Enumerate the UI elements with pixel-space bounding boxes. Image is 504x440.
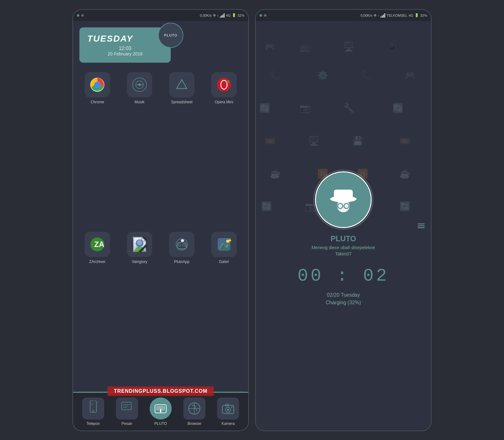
day-label: TUESDAY	[87, 34, 163, 44]
svg-point-48	[227, 409, 229, 411]
pluto-badge: PLUTO	[158, 23, 183, 48]
phone1: 0,00K/s ⊕ ↑ 4G 🔋 32% PLUTO TUESDAY	[72, 9, 249, 431]
app-label-galeri: Galeri	[219, 260, 229, 264]
app-grid: Chrome Musik	[73, 66, 248, 391]
dock-label-pesan: Pesan	[122, 421, 132, 426]
app-icon-musik	[127, 72, 152, 97]
svg-point-50	[231, 407, 232, 408]
app-label-opera: Opera Mini	[215, 100, 233, 104]
dock-label-kamera: Kamera	[221, 421, 235, 426]
status-right-1: 0,00K/s ⊕ ↑ 4G 🔋 32%	[200, 13, 244, 18]
dock-icon-browser	[183, 397, 205, 420]
svg-rect-33	[92, 403, 93, 406]
status-dot-blue	[77, 14, 79, 17]
dock: Telepon Pesan	[73, 393, 248, 431]
date-label: 20 February 2018	[87, 51, 163, 56]
network-speed-2: 0,00K/s	[360, 14, 372, 17]
battery-percent-2: 32%	[420, 14, 427, 17]
dock-icon-kamera	[217, 397, 239, 420]
network-speed-1: 0,00K/s	[200, 14, 211, 17]
app-icon-vainglory	[127, 232, 152, 257]
clock-widget: PLUTO TUESDAY 12:03 20 February 2018	[79, 27, 171, 63]
menu-line-1	[418, 224, 425, 224]
status-left-2	[260, 14, 266, 17]
dock-item-browser[interactable]: Browser	[183, 397, 205, 426]
dock-item-kamera[interactable]: Kamera	[217, 397, 239, 426]
lock-date: 02/20 Tuesday	[327, 292, 360, 298]
app-item-musik[interactable]: Musik	[120, 72, 159, 229]
status-bar-1: 0,00K/s ⊕ ↑ 4G 🔋 32%	[73, 10, 248, 21]
svg-line-45	[192, 405, 194, 406]
dock-label-telepon: Telepon	[87, 421, 100, 426]
lock-charging: Charging (32%)	[326, 300, 361, 306]
app-label-plutoapp: PlutoApp	[174, 260, 190, 264]
dock-item-pluto[interactable]: PLUTO	[150, 397, 172, 426]
app-label-zarchiver: ZArchiver	[89, 260, 105, 264]
sync-icon: ⊕	[213, 13, 216, 17]
network-type-2: 4G	[409, 14, 413, 17]
dock-icon-pluto	[150, 397, 172, 420]
dock-label-pluto: PLUTO	[154, 421, 167, 426]
dock-item-telepon[interactable]: Telepon	[82, 397, 104, 426]
arrow-icon: ↑	[217, 14, 219, 17]
status-dot-gray-2	[264, 14, 266, 17]
app-item-plutoapp[interactable]: 💬 PlutoApp	[162, 232, 201, 388]
arrow-icon-2: ↑	[378, 14, 380, 17]
dock-item-pesan[interactable]: Pesan	[116, 397, 138, 426]
app-icon-zarchiver: ZA	[85, 232, 110, 257]
signal-bars-1	[220, 13, 225, 18]
app-item-galeri[interactable]: ✨ Galeri	[204, 232, 243, 388]
battery-icon-2: 🔋	[415, 13, 419, 17]
app-icon-galeri: ✨	[211, 232, 237, 257]
svg-text:✨: ✨	[226, 238, 232, 243]
network-type-1: 4G	[226, 14, 231, 17]
sync-icon-2: ⊕	[374, 13, 376, 17]
menu-button[interactable]	[418, 224, 425, 228]
svg-line-44	[194, 405, 197, 411]
status-right-2: 0,00K/s ⊕ ↑ TELKOMSEL 4G 🔋 32%	[360, 13, 427, 18]
app-icon-chrome	[85, 72, 110, 97]
lock-name: PLUTO	[331, 234, 356, 243]
app-icon-spreadsheet	[169, 72, 194, 97]
svg-point-51	[332, 196, 354, 201]
app-item-zarchiver[interactable]: ZA ZArchiver	[78, 232, 117, 388]
dock-icon-telepon	[82, 397, 104, 420]
svg-point-32	[92, 410, 94, 412]
app-item-chrome[interactable]: Chrome	[78, 72, 117, 229]
app-item-vainglory[interactable]: Vainglory	[120, 232, 159, 388]
app-item-spreadsheet[interactable]: Spreadsheet	[162, 72, 201, 229]
phone1-content: PLUTO TUESDAY 12:03 20 February 2018	[73, 21, 248, 431]
app-label-vainglory: Vainglory	[132, 260, 147, 264]
lock-time: 00 : 02	[297, 266, 389, 286]
watermark: TRENDINGPLUSS.BLOGSPOT.COM	[107, 386, 214, 396]
lock-subtitle: Meneng diece obah disepelekne	[312, 245, 375, 250]
menu-line-3	[418, 227, 425, 228]
status-left-1	[77, 14, 84, 17]
carrier-name: TELKOMSEL	[387, 14, 407, 17]
phone2: 0,00K/s ⊕ ↑ TELKOMSEL 4G 🔋 32%	[255, 9, 432, 431]
menu-line-2	[418, 226, 425, 226]
app-label-musik: Musik	[135, 100, 144, 104]
svg-point-54	[337, 200, 350, 212]
svg-point-55	[338, 203, 343, 209]
signal-bars-2	[381, 13, 385, 18]
svg-text:ZA: ZA	[94, 240, 104, 249]
dock-label-browser: Browser	[187, 421, 201, 426]
svg-point-17	[137, 240, 142, 245]
app-item-opera[interactable]: MI Opera Mini	[204, 72, 243, 229]
app-icon-plutoapp: 💬	[169, 232, 194, 257]
svg-text:MI: MI	[226, 80, 229, 83]
svg-text:💬: 💬	[180, 239, 185, 243]
svg-point-2	[95, 83, 100, 87]
svg-rect-40	[160, 409, 161, 412]
status-dot-2	[260, 14, 262, 17]
battery-icon-1: 🔋	[232, 13, 236, 17]
svg-point-56	[344, 203, 349, 209]
avatar-circle	[315, 171, 372, 228]
app-label-chrome: Chrome	[91, 100, 104, 104]
app-icon-opera: MI	[211, 72, 237, 97]
svg-rect-52	[334, 190, 353, 199]
status-bar-2: 0,00K/s ⊕ ↑ TELKOMSEL 4G 🔋 32%	[256, 10, 431, 21]
svg-point-53	[330, 196, 357, 202]
time-label: 12:03	[87, 46, 163, 51]
